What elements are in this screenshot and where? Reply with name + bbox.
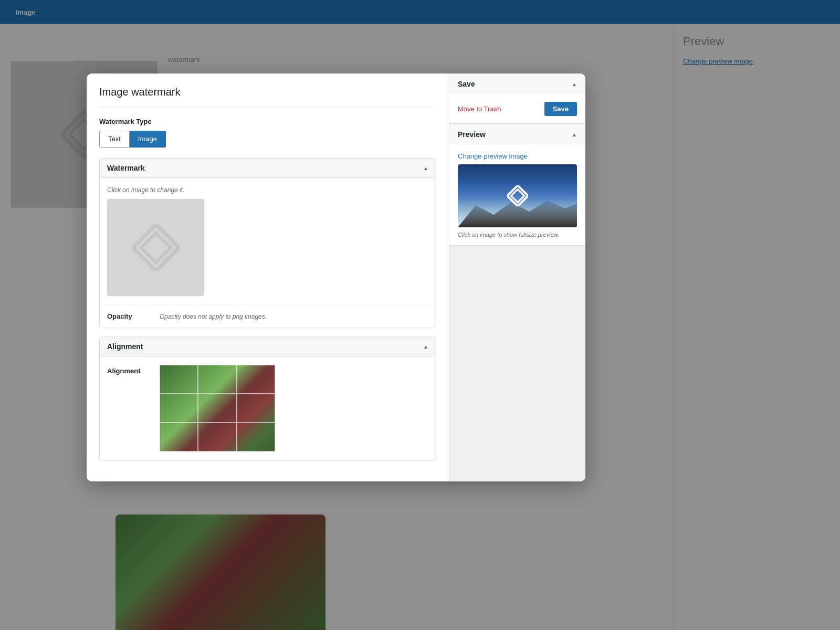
move-to-trash-link[interactable]: Move to Trash [458,105,501,113]
preview-chevron-up: ▲ [572,132,577,138]
preview-diamond-icon [507,185,528,206]
save-button[interactable]: Save [544,102,577,116]
grid-cell-8[interactable] [198,423,236,452]
save-section-title: Save [458,80,475,88]
alignment-section-title: Alignment [107,342,143,351]
text-type-button[interactable]: Text [99,131,130,148]
image-watermark-modal: Image watermark Watermark Type Text Imag… [87,74,585,481]
grid-cell-4[interactable] [160,394,198,423]
type-buttons-group: Text Image [99,131,436,148]
alignment-row: Alignment [107,365,428,452]
alignment-section-body: Alignment [100,356,436,460]
grid-cell-5[interactable] [198,394,236,423]
watermark-diamond-icon [132,224,180,271]
watermark-type-label: Watermark Type [99,118,436,125]
grid-cell-6[interactable] [237,394,275,423]
modal-right-panel: Save ▲ Move to Trash Save Preview ▲ Chan… [449,74,585,481]
alignment-label: Alignment [107,365,149,375]
preview-image-bg [458,164,577,227]
grid-lines [160,365,275,452]
alignment-chevron-up: ▲ [423,344,428,350]
watermark-chevron-up: ▲ [423,165,428,171]
watermark-section: Watermark ▲ Click on image to change it.… [99,158,436,328]
preview-section-title: Preview [458,130,486,139]
modal-title: Image watermark [99,86,436,107]
grid-cell-7[interactable] [160,423,198,452]
watermark-section-title: Watermark [107,164,145,172]
watermark-section-body: Click on image to change it. [100,178,436,304]
watermark-image-box[interactable] [107,199,204,296]
grid-cell-9[interactable] [237,423,275,452]
watermark-section-header[interactable]: Watermark ▲ [100,159,436,178]
save-section: Save ▲ Move to Trash Save [449,74,585,124]
grid-cell-2[interactable] [198,365,236,394]
opacity-label: Opacity [107,312,149,320]
image-type-button[interactable]: Image [130,131,166,148]
opacity-note: Opacity does not apply to png images. [160,313,267,320]
alignment-section: Alignment ▲ Alignment [99,337,436,460]
preview-section: Preview ▲ Change preview image Click on … [449,124,585,246]
watermark-hint: Click on image to change it. [107,186,428,194]
change-preview-link[interactable]: Change preview image [458,152,577,160]
alignment-grid[interactable] [160,365,275,452]
save-chevron-up: ▲ [572,81,577,87]
opacity-row: Opacity Opacity does not apply to png im… [100,304,436,328]
save-row: Move to Trash Save [458,102,577,116]
alignment-section-header[interactable]: Alignment ▲ [100,337,436,356]
preview-section-header[interactable]: Preview ▲ [449,124,585,145]
grid-cell-3[interactable] [237,365,275,394]
modal-left-panel: Image watermark Watermark Type Text Imag… [87,74,449,481]
save-section-body: Move to Trash Save [449,94,585,123]
save-section-header[interactable]: Save ▲ [449,74,585,94]
preview-image-wrap[interactable] [458,164,577,227]
preview-caption: Click on image to show fullsize preview. [458,232,577,238]
grid-cell-1[interactable] [160,365,198,394]
preview-section-body: Change preview image Click on image to s… [449,145,585,245]
